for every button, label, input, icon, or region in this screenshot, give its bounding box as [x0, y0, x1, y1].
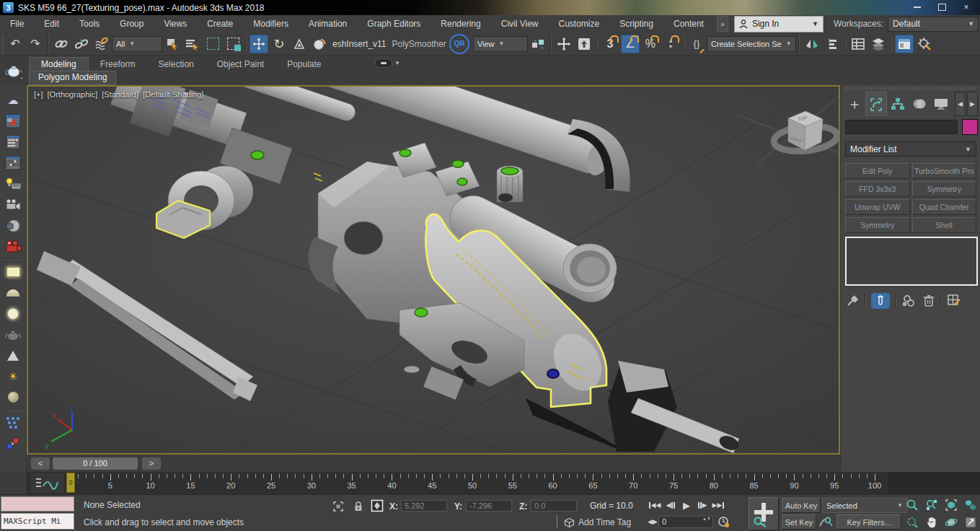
menu-item-civil-view[interactable]: Civil View [491, 15, 549, 32]
redo-button[interactable]: ↷ [26, 35, 45, 53]
selection-lock-icon[interactable] [352, 500, 365, 513]
mirror-button[interactable] [803, 35, 821, 53]
video-camera-button[interactable] [2, 236, 24, 257]
set-key-button[interactable]: Set Key [782, 514, 816, 530]
percent-snap-button[interactable]: % [641, 35, 660, 53]
ribbon-tab-object-paint[interactable]: Object Paint [206, 58, 275, 71]
track-bar[interactable]: 0510152025303540455055606570758085909510… [0, 472, 980, 495]
plane-light-button[interactable] [2, 261, 24, 282]
quad-remesher-button[interactable]: QR [449, 34, 469, 54]
workspace-dropdown[interactable]: Default ▼ [888, 17, 979, 32]
z-coord-field[interactable] [531, 500, 577, 512]
disc-light-button[interactable] [2, 303, 24, 324]
pan-button[interactable] [922, 514, 941, 530]
camera-match-button[interactable] [2, 215, 24, 236]
menu-item-edit[interactable]: Edit [34, 15, 69, 32]
sphere-light-button[interactable] [2, 387, 24, 408]
modifier-set-button-symmetry[interactable]: Symmetry [845, 217, 910, 233]
named-sets-dropdown[interactable]: Create Selection Se ▼ [707, 36, 796, 52]
menu-item-graph-editors[interactable]: Graph Editors [357, 15, 431, 32]
modify-tab[interactable] [865, 92, 887, 116]
make-unique-button[interactable] [901, 294, 917, 308]
sun-light-button[interactable]: ☀ [2, 366, 24, 387]
key-mode-toggle[interactable]: ◀▶ [647, 514, 658, 529]
ribbon-tab-modeling[interactable]: Modeling [29, 57, 89, 71]
maximize-button[interactable] [930, 0, 954, 14]
key-filter-icon[interactable] [818, 515, 834, 528]
play-button[interactable]: ▶ [679, 498, 694, 512]
render-dialog-button[interactable] [2, 131, 24, 152]
x-coord-field[interactable] [401, 500, 447, 512]
undo-button[interactable]: ↶ [6, 35, 25, 53]
array-tool-button[interactable] [2, 412, 24, 433]
maximize-viewport-button[interactable] [961, 514, 980, 530]
menu-item-animation[interactable]: Animation [299, 15, 357, 32]
render-setup-button[interactable] [915, 35, 934, 53]
menu-item-group[interactable]: Group [110, 15, 154, 32]
panel-scroll-left-button[interactable]: ◀ [955, 92, 966, 116]
ribbon-teapot-button[interactable] [1, 58, 26, 83]
mini-curve-editor-button[interactable] [30, 473, 63, 493]
snap-3d-button[interactable]: 3 [601, 35, 619, 53]
bones-tool-button[interactable] [2, 433, 24, 454]
spinner-snap-button[interactable]: ▲▼ [661, 35, 680, 53]
select-by-name-button[interactable] [183, 35, 202, 53]
menu-item-tools[interactable]: Tools [69, 15, 110, 32]
scene-explorer-button[interactable] [869, 35, 888, 53]
menu-item-create[interactable]: Create [197, 15, 243, 32]
mesh-insert-script-button[interactable]: eshInsert_v11 [330, 39, 389, 49]
hierarchy-tab[interactable] [887, 92, 909, 116]
polysmoother-script-button[interactable]: PolySmoother [389, 39, 449, 49]
time-slider-prev-button[interactable]: < [31, 457, 50, 470]
minimize-button[interactable] [905, 0, 930, 14]
configure-modifier-sets-button[interactable] [947, 294, 961, 308]
reference-coord-dropdown[interactable]: View ▼ [473, 36, 528, 52]
select-manipulate-button[interactable] [555, 35, 573, 53]
menu-item-content[interactable]: Content [663, 15, 714, 32]
modifier-set-button-unwrap-uvw[interactable]: Unwrap UVW [845, 199, 910, 215]
modifier-set-button-turbosmooth-pro[interactable]: TurboSmooth Pro [912, 163, 977, 179]
cone-light-button[interactable] [2, 345, 24, 366]
auto-key-button[interactable]: Auto Key [782, 498, 821, 513]
select-rotate-button[interactable]: ↻ [270, 35, 288, 53]
ribbon-tab-selection[interactable]: Selection [146, 58, 205, 71]
app-icon[interactable]: 3 [3, 2, 14, 13]
show-end-result-button[interactable] [871, 293, 890, 309]
title-bar[interactable]: 3 SKS M59 66_27(Texturing_pose).max - Au… [0, 0, 980, 15]
key-mode-dropdown[interactable]: Selected ▼ [822, 498, 907, 513]
viewport-menu-pov[interactable]: [Orthographic] [48, 90, 98, 99]
absolute-offset-icon[interactable] [371, 499, 384, 512]
panel-scroll-right-button[interactable]: ▶ [967, 92, 978, 116]
dome-light-button[interactable] [2, 282, 24, 303]
frame-spinner[interactable]: ▲▼ [702, 517, 711, 522]
ribbon-tab-freeform[interactable]: Freeform [89, 58, 147, 71]
keyboard-override-button[interactable] [575, 35, 593, 53]
display-tab[interactable] [930, 92, 952, 116]
menu-item-views[interactable]: Views [154, 15, 197, 32]
zoom-extents-selected-button[interactable] [942, 496, 961, 513]
model-part-scope-turret[interactable] [497, 166, 523, 202]
add-time-tag[interactable]: Add Time Tag [578, 517, 631, 527]
menu-item-scripting[interactable]: Scripting [609, 15, 663, 32]
select-move-button[interactable] [250, 35, 268, 53]
maxscript-mini-listener-pink[interactable] [1, 496, 74, 512]
pin-stack-icon[interactable] [845, 294, 860, 308]
panel-drag-handle[interactable] [845, 87, 976, 90]
viewport-menu-shading[interactable]: [Default Shading] [143, 90, 203, 99]
menu-item-file[interactable]: File [0, 15, 34, 32]
next-frame-button[interactable]: ▶ [694, 498, 710, 512]
selection-filter-dropdown[interactable]: All ▼ [112, 36, 162, 52]
time-config-icon[interactable] [717, 515, 730, 528]
modifier-set-button-quad-chamfer[interactable]: Quad Chamfer [912, 199, 977, 215]
time-slider-handle[interactable]: 0 / 100 [53, 457, 138, 470]
bind-spacewarp-button[interactable] [92, 35, 111, 53]
modifier-set-button-ffd-3x3x3[interactable]: FFD 3x3x3 [845, 181, 910, 197]
track-bar-ruler[interactable]: 0510152025303540455055606570758085909510… [0, 472, 980, 494]
select-scale-button[interactable] [290, 35, 309, 53]
time-slider-next-button[interactable]: > [142, 457, 161, 470]
zoom-all-button[interactable] [922, 496, 941, 513]
y-coord-field[interactable] [466, 500, 512, 512]
camera-light-button[interactable] [2, 194, 24, 215]
modifier-set-button-shell[interactable]: Shell [912, 217, 977, 233]
render-teapot-button[interactable] [2, 324, 24, 345]
